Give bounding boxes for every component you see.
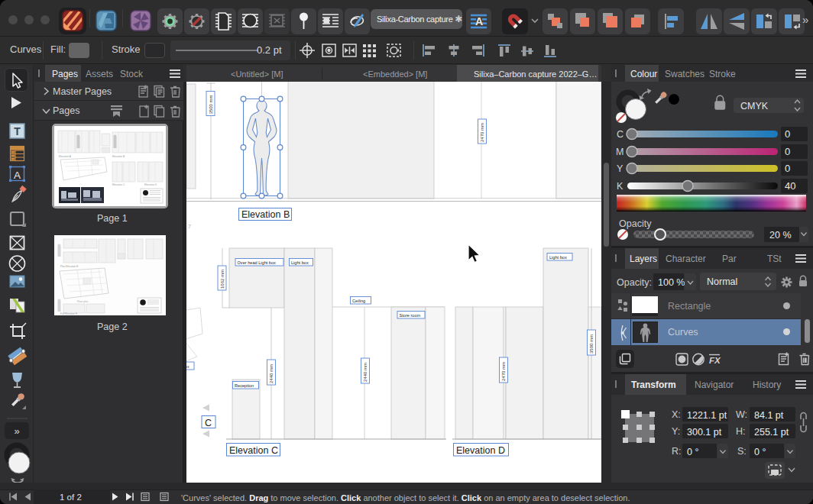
- svg-text:20 %: 20 %: [769, 230, 792, 241]
- svg-text:Plan Elevation E: Plan Elevation E: [60, 265, 78, 268]
- svg-text:7: 7: [188, 224, 191, 229]
- svg-text:Opacity: Opacity: [619, 218, 652, 229]
- svg-text:Reception: Reception: [235, 383, 254, 388]
- svg-text:Floor plan: Floor plan: [77, 300, 88, 303]
- svg-text:2440 mm: 2440 mm: [363, 363, 368, 382]
- svg-text:Elevation B: Elevation B: [112, 155, 125, 158]
- svg-text:T: T: [14, 125, 21, 137]
- svg-text:40: 40: [785, 180, 795, 192]
- svg-text:Elevation D: Elevation D: [144, 183, 157, 186]
- svg-text:2470 mm: 2470 mm: [480, 123, 484, 142]
- svg-text:Full Elevation E: Full Elevation E: [60, 312, 77, 315]
- svg-text:0: 0: [785, 146, 790, 157]
- svg-text:A: A: [475, 15, 483, 27]
- svg-text:FX: FX: [709, 356, 721, 365]
- svg-text:0: 0: [785, 128, 790, 140]
- svg-text:ox: ox: [186, 364, 189, 369]
- svg-text:3500 mm: 3500 mm: [209, 95, 213, 114]
- svg-text:Elevation B: Elevation B: [241, 209, 290, 220]
- svg-text:CMYK: CMYK: [740, 101, 769, 111]
- svg-text:C: C: [205, 418, 212, 428]
- svg-text:0: 0: [785, 163, 790, 174]
- svg-text:A: A: [14, 170, 21, 181]
- svg-text:K: K: [617, 181, 624, 192]
- svg-text:M: M: [616, 147, 624, 157]
- svg-text:2440 mm: 2440 mm: [269, 364, 274, 383]
- svg-text:Light box: Light box: [549, 255, 567, 260]
- svg-text:Ceiling: Ceiling: [352, 299, 365, 303]
- svg-text:1062 mm: 1062 mm: [220, 270, 225, 289]
- svg-text:Elevation C: Elevation C: [112, 183, 125, 186]
- svg-text:Light box: Light box: [291, 260, 309, 265]
- svg-text:»: »: [14, 425, 19, 437]
- svg-text:C: C: [617, 129, 624, 140]
- svg-text:3500 mm: 3500 mm: [589, 334, 594, 354]
- svg-text:Y: Y: [617, 163, 624, 174]
- svg-text:Elevation D: Elevation D: [456, 445, 505, 456]
- svg-text:Store room: Store room: [400, 313, 421, 318]
- svg-text:Over head Light box: Over head Light box: [238, 260, 277, 265]
- svg-text:Elevation A: Elevation A: [59, 155, 72, 158]
- svg-text:Elevation C: Elevation C: [229, 445, 278, 456]
- svg-text:2470 mm: 2470 mm: [501, 362, 506, 381]
